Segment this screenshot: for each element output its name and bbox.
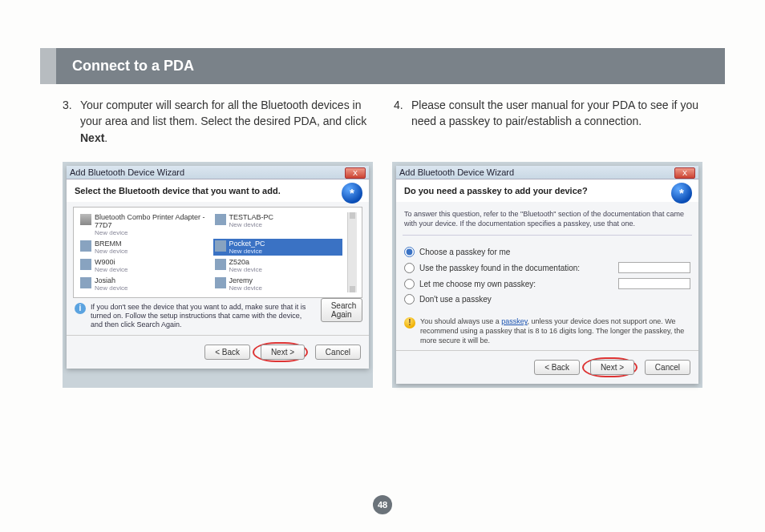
dialog-heading: Do you need a passkey to add your device… [396, 179, 698, 202]
back-button[interactable]: < Back [204, 345, 250, 360]
passkey-warning: ! You should always use a passkey, unles… [403, 312, 692, 345]
option-label: Let me choose my own passkey: [419, 280, 536, 288]
device-sub: New device [229, 221, 274, 228]
pc-icon [80, 240, 91, 252]
close-button[interactable]: X [674, 167, 695, 179]
device-item[interactable]: W900iNew device [79, 257, 208, 274]
device-list[interactable]: Bluetooth Combo Printer Adapter - 77D7Ne… [73, 207, 362, 298]
device-item[interactable]: Pocket_PCNew device [213, 239, 343, 256]
cancel-button[interactable]: Cancel [645, 360, 690, 375]
next-button[interactable]: Next > [590, 360, 634, 375]
section-header: Connect to a PDA [40, 48, 725, 84]
passkey-input[interactable] [618, 278, 690, 289]
printer-icon [80, 214, 91, 225]
device-name: Bluetooth Combo Printer Adapter - 77D7 [95, 213, 207, 229]
dialog-title: Add Bluetooth Device Wizard [399, 167, 514, 177]
info-icon: i [75, 303, 86, 314]
bluetooth-icon: * [342, 183, 362, 204]
device-item[interactable]: JeremyNew device [213, 276, 343, 292]
next-button[interactable]: Next > [261, 345, 305, 360]
device-sub: New device [229, 284, 262, 292]
option-label: Use the passkey found in the documentati… [419, 264, 580, 272]
pc-icon [215, 240, 226, 252]
radio-button[interactable] [404, 263, 415, 273]
passkey-option[interactable]: Let me choose my own passkey: [404, 278, 690, 289]
pc-icon [215, 214, 226, 225]
passkey-option[interactable]: Don't use a passkey [404, 294, 690, 304]
warning-icon: ! [404, 317, 415, 328]
phone-icon [80, 277, 91, 288]
dialog-title: Add Bluetooth Device Wizard [70, 167, 184, 177]
device-item[interactable]: TESTLAB-PCNew device [213, 212, 343, 237]
step-4: 4. Please consult the user manual for yo… [394, 97, 702, 146]
device-item[interactable]: BREMMNew device [79, 239, 208, 256]
bluetooth-icon: * [671, 183, 692, 204]
option-label: Don't use a passkey [419, 295, 492, 304]
dialog-footer: < Back Next > Cancel [396, 350, 698, 384]
close-button[interactable]: X [345, 167, 366, 179]
step-text: Your computer will search for all the Bl… [80, 97, 371, 146]
highlight-circle: Next > [253, 342, 308, 362]
device-sub: New device [95, 229, 207, 236]
dialog-select-device: Add Bluetooth Device Wizard X Select the… [67, 166, 369, 369]
section-title: Connect to a PDA [72, 58, 194, 74]
device-sub: New device [95, 284, 128, 292]
cancel-button[interactable]: Cancel [315, 345, 361, 360]
dialog-heading: Select the Bluetooth device that you wan… [67, 179, 369, 202]
screenshot-right: Add Bluetooth Device Wizard X Do you nee… [392, 162, 702, 388]
device-sub: New device [229, 248, 265, 255]
instruction-columns: 3. Your computer will search for all the… [40, 97, 725, 154]
passkey-input[interactable] [618, 262, 690, 273]
passkey-option[interactable]: Choose a passkey for me [404, 247, 690, 257]
highlight-circle: Next > [582, 357, 638, 377]
passkey-options: Choose a passkey for meUse the passkey f… [403, 236, 692, 312]
search-again-button[interactable]: Search Again [321, 298, 362, 322]
passkey-link[interactable]: passkey [501, 317, 527, 325]
hint-text: i If you don't see the device that you w… [73, 298, 314, 330]
dialog-passkey: Add Bluetooth Device Wizard X Do you nee… [396, 166, 698, 384]
device-item[interactable]: JosiahNew device [79, 276, 208, 292]
device-sub: New device [229, 266, 262, 273]
device-name: TESTLAB-PC [229, 213, 274, 221]
radio-button[interactable] [404, 294, 415, 304]
phone-icon [80, 259, 91, 270]
page-number: 48 [373, 495, 392, 514]
step-3: 3. Your computer will search for all the… [63, 97, 371, 146]
radio-button[interactable] [404, 247, 415, 257]
passkey-option[interactable]: Use the passkey found in the documentati… [404, 262, 690, 273]
device-name: BREMM [95, 240, 128, 248]
device-item[interactable]: Bluetooth Combo Printer Adapter - 77D7Ne… [79, 212, 208, 237]
device-sub: New device [95, 266, 128, 273]
device-name: W900i [95, 258, 128, 266]
device-name: Pocket_PC [229, 240, 265, 248]
scrollbar[interactable] [347, 212, 357, 292]
option-label: Choose a passkey for me [419, 248, 510, 256]
step-text: Please consult the user manual for your … [411, 97, 702, 146]
phone-icon [215, 259, 226, 270]
radio-button[interactable] [404, 279, 415, 289]
device-item[interactable]: Z520aNew device [213, 257, 343, 274]
phone-icon [215, 277, 226, 288]
dialog-titlebar: Add Bluetooth Device Wizard X [67, 166, 369, 179]
screenshot-left: Add Bluetooth Device Wizard X Select the… [63, 162, 373, 388]
dialog-titlebar: Add Bluetooth Device Wizard X [396, 166, 698, 179]
passkey-note: To answer this question, refer to the "B… [403, 207, 692, 236]
step-number: 3. [63, 97, 80, 146]
device-name: Josiah [95, 276, 128, 284]
device-name: Z520a [229, 258, 262, 266]
dialog-footer: < Back Next > Cancel [67, 335, 369, 369]
back-button[interactable]: < Back [534, 360, 580, 375]
device-sub: New device [95, 248, 128, 255]
device-name: Jeremy [229, 276, 262, 284]
step-number: 4. [394, 97, 411, 146]
